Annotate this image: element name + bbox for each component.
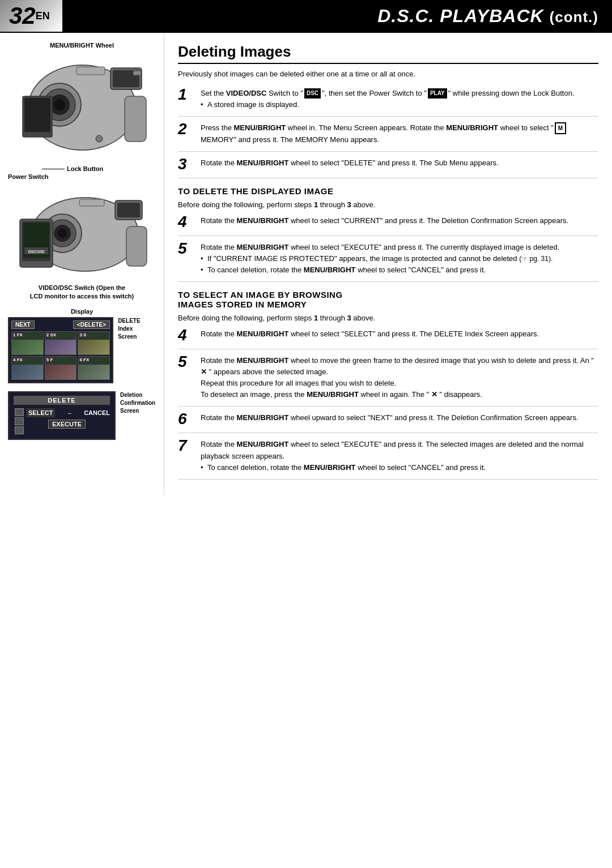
svg-rect-8 xyxy=(76,67,105,75)
step-1: 1 Set the VIDEO/DSC Switch to "DSC", the… xyxy=(178,88,598,117)
deletion-confirmation-screen: DELETE SELECT – CANCEL xyxy=(8,391,116,440)
thumb-cell-3: 3 S xyxy=(78,331,110,355)
sub-section-title-2: To Select an Image by BrowsingImages Sto… xyxy=(178,290,598,309)
step-number-3: 3 xyxy=(178,156,196,172)
step-text-4b: Rotate the MENU/BRIGHT wheel to select "… xyxy=(201,328,598,340)
camera-image-1 xyxy=(14,51,150,164)
del-icons xyxy=(14,408,24,435)
step-number-2: 2 xyxy=(178,121,196,137)
del-confirm-select: SELECT xyxy=(26,408,55,417)
step-5a: 5 Rotate the MENU/BRIGHT wheel to select… xyxy=(178,242,598,282)
thumb-cell-4: 4 FX xyxy=(11,356,44,380)
thumb-cell-2: 2 SX xyxy=(45,331,77,355)
step-4a: 4 Rotate the MENU/BRIGHT wheel to select… xyxy=(178,215,598,236)
back-arrow-icon: ↵ xyxy=(12,444,19,454)
header-title-block: D.S.C. PLAYBACK (cont.) xyxy=(62,0,612,32)
lock-button-label: Lock Button xyxy=(42,165,156,172)
page-number-block: 32EN xyxy=(0,0,62,32)
left-panel: MENU/BRIGHT Wheel Lock Butt xyxy=(0,33,164,495)
step-number-6: 6 xyxy=(178,411,196,427)
video-dsc-label: VIDEO/DSC Switch (Open theLCD monitor to… xyxy=(8,284,156,301)
before-text-2: Before doing the following, perform step… xyxy=(178,313,598,324)
thumb-cell-1: 1 FX xyxy=(11,331,44,355)
delete-index-screen-container: NEXT <DELETE> 1 FX 2 SX 3 S xyxy=(8,317,156,386)
del-confirm-execute: EXECUTE xyxy=(48,420,86,429)
content-area: MENU/BRIGHT Wheel Lock Butt xyxy=(0,33,612,495)
delete-header-label: <DELETE> xyxy=(73,320,110,329)
step-number-7: 7 xyxy=(178,438,196,454)
thumb-cell-6: 6 FX xyxy=(78,356,110,380)
step-3: 3 Rotate the MENU/BRIGHT wheel to select… xyxy=(178,157,598,178)
step-text-6: Rotate the MENU/BRIGHT wheel upward to s… xyxy=(201,412,598,424)
thumb-cell-5: 5 F xyxy=(45,356,77,380)
svg-point-9 xyxy=(96,135,103,142)
step-text-4a: Rotate the MENU/BRIGHT wheel to select "… xyxy=(201,215,598,226)
svg-rect-25 xyxy=(126,226,147,266)
del-confirm-dash: – xyxy=(68,409,71,416)
step-number-5b: 5 xyxy=(178,354,196,370)
menu-bright-wheel-label: MENU/BRIGHT Wheel xyxy=(8,42,156,49)
page-number: 32 xyxy=(9,4,36,28)
delete-index-header: NEXT <DELETE> xyxy=(11,320,110,329)
step-2: 2 Press the MENU/BRIGHT wheel in. The Me… xyxy=(178,122,598,152)
svg-rect-24 xyxy=(117,203,140,217)
step-number-4b: 4 xyxy=(178,327,196,343)
intro-text: Previously shot images can be deleted ei… xyxy=(178,69,598,80)
deletion-confirmation-label: DeletionConfirmationScreen xyxy=(120,391,155,415)
step-number-5a: 5 xyxy=(178,241,196,256)
step-text-7: Rotate the MENU/BRIGHT wheel to select "… xyxy=(201,439,598,473)
step-number-1: 1 xyxy=(178,87,196,102)
step-text-5a: Rotate the MENU/BRIGHT wheel to select "… xyxy=(201,242,598,276)
svg-point-4 xyxy=(54,99,65,110)
back-arrow-row: ↵ xyxy=(8,444,116,454)
page-en: EN xyxy=(36,10,50,22)
header-title: D.S.C. PLAYBACK (cont.) xyxy=(377,6,598,27)
step-7: 7 Rotate the MENU/BRIGHT wheel to select… xyxy=(178,439,598,479)
svg-rect-7 xyxy=(125,96,146,142)
svg-rect-11 xyxy=(24,98,50,132)
del-confirm-cancel: CANCEL xyxy=(84,409,110,416)
next-button-display: NEXT xyxy=(11,320,35,329)
section-title: Deleting Images xyxy=(178,43,598,64)
deletion-confirmation-screen-container: DELETE SELECT – CANCEL xyxy=(8,391,156,454)
step-5b: 5 Rotate the MENU/BRIGHT wheel to move t… xyxy=(178,355,598,407)
thumbnail-grid: 1 FX 2 SX 3 S 4 FX xyxy=(11,331,110,380)
sub-section-title-1: To Delete the Displayed Image xyxy=(178,186,598,196)
del-confirm-select-row: SELECT – CANCEL xyxy=(26,408,110,417)
display-label: Display xyxy=(8,308,156,315)
svg-point-17 xyxy=(58,229,67,238)
svg-text:DSC/VID: DSC/VID xyxy=(28,250,44,254)
step-text-5b: Rotate the MENU/BRIGHT wheel to move the… xyxy=(201,355,598,401)
before-text-1: Before doing the following, perform step… xyxy=(178,199,598,211)
step-number-4a: 4 xyxy=(178,214,196,230)
delete-index-screen-label: DELETE IndexScreen xyxy=(118,317,156,341)
step-text-1: Set the VIDEO/DSC Switch to "DSC", then … xyxy=(201,88,598,110)
power-switch-label: Power Switch xyxy=(8,173,156,180)
step-text-3: Rotate the MENU/BRIGHT wheel to select "… xyxy=(201,157,598,169)
camera-image-2: DSC/VID xyxy=(14,188,150,281)
delete-index-screen: NEXT <DELETE> 1 FX 2 SX 3 S xyxy=(8,317,113,383)
right-panel: Deleting Images Previously shot images c… xyxy=(164,33,612,495)
page-header: 32EN D.S.C. PLAYBACK (cont.) xyxy=(0,0,612,33)
step-text-2: Press the MENU/BRIGHT wheel in. The Menu… xyxy=(201,122,598,146)
step-4b: 4 Rotate the MENU/BRIGHT wheel to select… xyxy=(178,328,598,349)
step-6: 6 Rotate the MENU/BRIGHT wheel upward to… xyxy=(178,412,598,433)
delete-title: DELETE xyxy=(14,396,110,405)
svg-rect-26 xyxy=(79,199,104,206)
svg-rect-12 xyxy=(133,71,141,75)
